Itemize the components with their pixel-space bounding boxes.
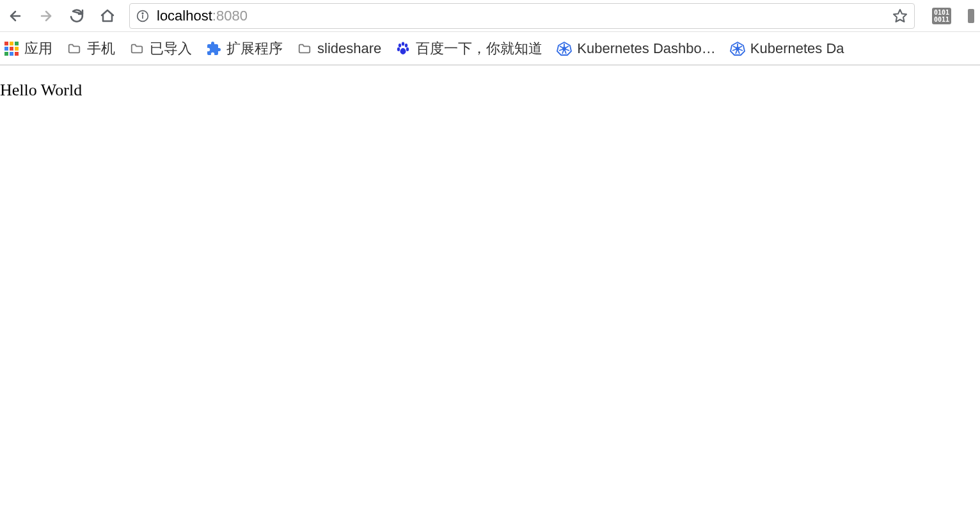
browser-toolbar: localhost:8080 0101 0011 [0, 0, 980, 32]
apps-icon [4, 41, 19, 56]
svg-marker-3 [894, 10, 906, 22]
home-button[interactable] [95, 3, 120, 29]
bookmark-label: 已导入 [150, 39, 192, 58]
extension-binary-button[interactable]: 0101 0011 [929, 3, 954, 29]
bookmark-label: 手机 [87, 39, 115, 58]
bookmark-label: Kubernetes Da [750, 40, 844, 57]
url-host: localhost [157, 8, 212, 24]
bookmark-baidu[interactable]: 百度一下，你就知道 [395, 39, 542, 58]
puzzle-icon [206, 41, 221, 56]
folder-icon [67, 41, 82, 56]
bookmark-folder-imported[interactable]: 已导入 [129, 39, 192, 58]
star-icon [892, 8, 908, 24]
bookmark-apps[interactable]: 应用 [4, 39, 52, 58]
bookmark-folder-slideshare[interactable]: slideshare [297, 40, 381, 57]
arrow-right-icon [38, 8, 54, 24]
extension-overflow-button[interactable] [965, 3, 977, 29]
svg-point-6 [405, 44, 407, 47]
bookmark-label: 百度一下，你就知道 [416, 39, 542, 58]
bookmark-k8s-dashboard-2[interactable]: Kubernetes Da [730, 40, 844, 57]
bookmark-folder-phone[interactable]: 手机 [67, 39, 115, 58]
forward-button[interactable] [33, 3, 59, 29]
kubernetes-icon [730, 41, 745, 56]
svg-point-7 [397, 47, 400, 51]
folder-icon [297, 41, 312, 56]
bookmark-label: slideshare [317, 40, 381, 57]
svg-point-5 [402, 42, 404, 45]
svg-point-8 [406, 47, 409, 51]
site-info-icon[interactable] [136, 10, 149, 22]
url-text: localhost:8080 [157, 8, 892, 24]
url-port: :8080 [212, 8, 248, 24]
bookmark-label: 应用 [24, 39, 52, 58]
page-content: Hello World [0, 65, 980, 100]
folder-icon [129, 41, 145, 56]
back-button[interactable] [3, 3, 28, 29]
home-icon [100, 8, 115, 24]
reload-icon [69, 8, 84, 24]
kubernetes-icon [557, 41, 572, 56]
bookmark-star-button[interactable] [892, 8, 908, 24]
reload-button[interactable] [64, 3, 90, 29]
svg-point-2 [142, 13, 143, 14]
bookmark-label: 扩展程序 [226, 39, 283, 58]
bookmark-k8s-dashboard-1[interactable]: Kubernetes Dashbo… [557, 40, 715, 57]
binary-icon: 0101 0011 [932, 8, 951, 24]
svg-point-4 [399, 44, 401, 47]
bookmark-label: Kubernetes Dashbo… [577, 40, 715, 57]
overflow-icon [968, 9, 974, 23]
address-bar[interactable]: localhost:8080 [129, 3, 915, 29]
arrow-left-icon [8, 8, 23, 24]
bookmarks-bar: 应用 手机 已导入 扩展程序 slideshare [0, 32, 980, 65]
baidu-icon [395, 41, 411, 56]
bookmark-extensions[interactable]: 扩展程序 [206, 39, 283, 58]
page-body-text: Hello World [0, 81, 82, 99]
